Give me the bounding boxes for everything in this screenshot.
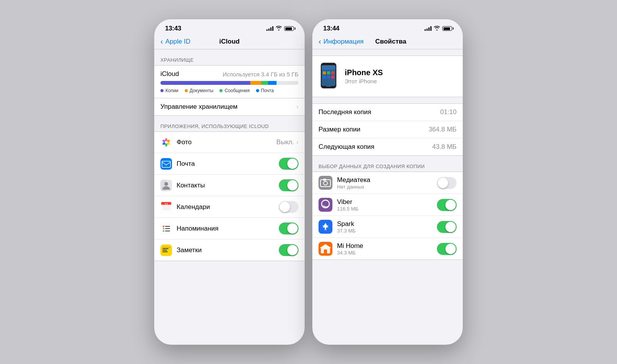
app-row-contacts: Контакты [154,175,305,196]
apps-section-header: ПРИЛОЖЕНИЯ, ИСПОЛЬЗУЮЩИЕ ICLOUD [154,116,305,131]
photos-chevron: › [297,139,298,146]
svg-point-8 [165,141,168,144]
viber-text: Viber 116.5 МБ [337,198,437,212]
legend-mail: Почта [256,88,274,93]
signal-icon-right [425,26,432,31]
storage-bar [160,81,298,85]
backup-row-mihome: Mi Home 34.3 МБ [312,238,463,260]
svg-rect-68 [324,249,327,253]
phones-container: 13:43 [154,19,463,345]
signal-icon-left [266,26,273,31]
reminders-label: Напоминания [177,225,279,233]
viber-icon [319,198,332,212]
backup-row-camera: Медиатека Нет данных [312,172,463,194]
page-title-left: iCloud [199,38,260,46]
app-row-reminders: Напоминания [154,218,305,239]
camera-toggle[interactable] [437,177,457,189]
legend-kopii: Копии [160,88,179,93]
storage-block: iCloud Используется 3.4 ГБ из 5 ГБ Копии [154,65,305,98]
wifi-icon-left [276,25,282,32]
back-label-right: Информация [324,38,364,46]
notes-toggle[interactable] [279,244,298,256]
camera-text: Медиатека Нет данных [337,176,437,190]
backup-info-group: Последняя копия 01:10 Размер копии 364.8… [312,103,463,156]
next-backup-row: Следующая копия 43.8 МБ [312,138,463,155]
svg-rect-55 [325,63,332,65]
photos-label: Фото [177,138,276,146]
app-row-calendar: ■ ■ [154,196,305,218]
storage-bar-mail [268,81,276,85]
right-phone: 13:44 [312,19,463,345]
contacts-label: Контакты [177,182,279,189]
legend-documents: Документы [185,88,214,93]
mail-toggle[interactable] [279,158,298,170]
storage-legend: Копии Документы Сообщения Почта [160,88,298,93]
legend-messages: Сообщения [219,88,249,93]
last-backup-value: 01:10 [440,108,457,116]
last-backup-label: Последняя копия [319,108,371,116]
manage-label: Управление хранилищем [160,103,238,111]
backup-row-spark: Spark 37.3 МБ [312,216,463,238]
svg-rect-43 [162,247,170,248]
svg-point-13 [164,182,168,186]
notes-app-icon [160,244,172,256]
storage-bar-messages [261,81,268,85]
last-backup-row: Последняя копия 01:10 [312,104,463,121]
manage-storage-row[interactable]: Управление хранилищем › [154,98,305,116]
app-row-mail: Почта [154,153,305,175]
left-phone: 13:43 [154,19,305,345]
reminders-app-icon [160,223,172,234]
status-icons-right [425,25,452,32]
backup-apps-group: Медиатека Нет данных [312,172,463,260]
spark-toggle[interactable] [437,221,457,233]
next-backup-label: Следующая копия [319,143,374,151]
camera-icon [319,176,332,190]
back-button-right[interactable]: ‹ Информация [319,37,364,46]
svg-rect-53 [327,76,330,79]
nav-bar-left: ‹ Apple ID iCloud [154,35,305,49]
svg-rect-42 [162,251,168,252]
svg-rect-52 [323,76,326,79]
svg-rect-54 [331,76,334,79]
backup-size-value: 364.8 МБ [428,126,457,133]
back-chevron-right: ‹ [319,37,321,46]
manage-chevron: › [297,103,298,110]
mihome-name: Mi Home [337,242,437,250]
backup-size-label: Размер копии [319,126,360,133]
app-row-notes: Заметки [154,239,305,261]
notes-label: Заметки [177,246,279,254]
mihome-size: 34.3 МБ [337,250,437,256]
calendar-toggle[interactable] [279,201,298,213]
nav-bar-right: ‹ Информация Свойства [312,35,463,49]
calendar-app-icon: ■ ■ [160,201,172,213]
device-info-section: iPhone XS Этот iPhone [312,56,463,97]
content-right: iPhone XS Этот iPhone Последняя копия 01… [312,49,463,345]
camera-size: Нет данных [337,184,437,190]
camera-name: Медиатека [337,176,437,184]
calendar-label: Календари [177,203,279,211]
backup-apps-header: ВЫБОР ДАННЫХ ДЛЯ СОЗДАНИЯ КОПИИ [312,156,463,172]
viber-name: Viber [337,198,437,206]
app-row-photos: Фото Выкл. › [154,132,305,153]
back-label-left: Apple ID [165,38,190,46]
storage-bar-backups [160,81,250,85]
svg-rect-49 [323,71,326,74]
svg-rect-40 [162,248,169,249]
mihome-toggle[interactable] [437,243,457,255]
back-button-left[interactable]: ‹ Apple ID [160,37,199,46]
storage-used-text: Используется 3.4 ГБ из 5 ГБ [223,71,298,78]
svg-rect-50 [327,71,330,74]
storage-name: iCloud [160,70,179,78]
contacts-toggle[interactable] [279,179,298,191]
device-name: iPhone XS [345,68,383,77]
device-sub: Этот iPhone [345,78,383,84]
storage-section-header: ХРАНИЛИЩЕ [154,49,305,65]
wifi-icon-right [434,25,440,32]
viber-size: 116.5 МБ [337,206,437,212]
device-text: iPhone XS Этот iPhone [345,68,383,84]
reminders-toggle[interactable] [279,222,298,234]
mail-label: Почта [177,160,279,168]
viber-toggle[interactable] [437,199,457,211]
status-bar-left: 13:43 [154,19,305,35]
svg-rect-48 [322,65,335,70]
